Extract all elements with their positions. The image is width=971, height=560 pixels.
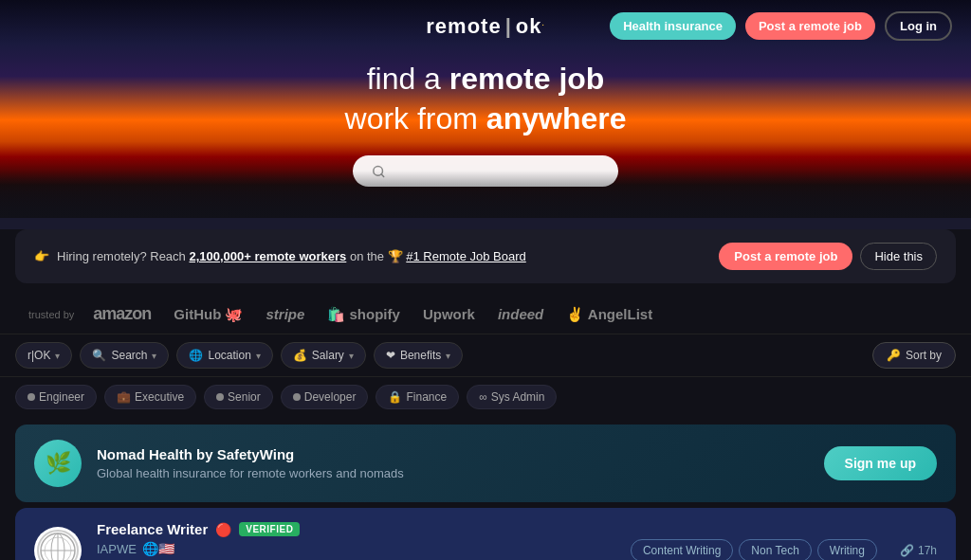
job-title: Freelance Writer (97, 521, 208, 537)
signup-button[interactable]: Sign me up (824, 446, 937, 480)
stripe-logo: stripe (266, 306, 305, 322)
angellist-logo: ✌️ AngelList (566, 306, 652, 323)
time-ago: 17h (918, 544, 937, 557)
banner-hide-button[interactable]: Hide this (860, 243, 937, 270)
banner-post-button[interactable]: Post a remote job (719, 243, 852, 270)
trusted-by-section: trusted by amazon GitHub 🐙 stripe 🛍️ sho… (0, 295, 971, 334)
amazon-logo: amazon (93, 304, 151, 324)
search-filter-label: Search (111, 349, 147, 362)
finance-tag[interactable]: 🔒 Finance (376, 385, 459, 409)
ad-title: Nomad Health by SafetyWing (97, 446, 809, 462)
banner-reach-link[interactable]: 2,100,000+ remote workers (189, 249, 346, 263)
finance-icon: 🔒 (388, 390, 402, 404)
tag-dot-icon (216, 393, 224, 401)
senior-tag-label: Senior (228, 390, 261, 404)
header: remote|ok. Health insurance Post a remot… (0, 0, 971, 52)
executive-tag[interactable]: 💼 Executive (104, 385, 196, 409)
job-title-row: Freelance Writer 🔴 VERIFIED (97, 521, 615, 537)
salary-icon: 💰 (293, 349, 307, 362)
location-icon: 🌐 (189, 349, 203, 362)
hiring-banner: 👉 Hiring remotely? Reach 2,100,000+ remo… (15, 229, 956, 283)
job-logo-inner (37, 530, 79, 560)
upwork-logo: Upwork (423, 306, 475, 322)
salary-filter-button[interactable]: 💰 Salary ▾ (281, 342, 366, 369)
writing-tag[interactable]: Writing (817, 539, 877, 560)
flag-icons: 🌐🇺🇸 (142, 541, 174, 556)
health-insurance-button[interactable]: Health insurance (610, 12, 736, 40)
content-writing-tag[interactable]: Content Writing (631, 539, 733, 560)
executive-icon: 💼 (117, 390, 131, 404)
banner-board-link[interactable]: #1 Remote Job Board (406, 249, 525, 263)
hero-line2-normal: work from (345, 101, 486, 135)
hero-title: find a remote job work from anywhere (345, 60, 627, 138)
category-tags: Engineer 💼 Executive Senior Developer 🔒 … (0, 377, 971, 419)
search-icon (372, 164, 386, 179)
indeed-logo: indeed (498, 306, 543, 322)
search-icon-small: 🔍 (92, 349, 106, 362)
benefits-filter-label: Benefits (400, 349, 441, 362)
chevron-down-icon: ▾ (152, 351, 156, 361)
banner-text: Hiring remotely? Reach 2,100,000+ remote… (57, 249, 711, 263)
sort-button[interactable]: 🔑 Sort by (872, 342, 956, 369)
benefits-filter-button[interactable]: ❤ Benefits ▾ (374, 342, 463, 369)
hot-icon: 🔴 (215, 522, 231, 537)
search-input[interactable] (394, 163, 600, 179)
tag-dot-icon (27, 393, 35, 401)
tag-dot-icon (293, 393, 301, 401)
leaf-icon: 🌿 (46, 451, 71, 476)
hero-line1-normal: find a (367, 62, 449, 96)
chevron-down-icon: ▾ (55, 351, 60, 361)
ad-card: 🌿 Nomad Health by SafetyWing Global heal… (15, 425, 956, 502)
job-tags: Content Writing Non Tech Writing (631, 539, 877, 560)
hero-line1-bold: remote job (449, 62, 605, 96)
engineer-tag-label: Engineer (39, 390, 84, 404)
sort-icon: 🔑 (887, 349, 901, 362)
benefits-icon: ❤ (386, 349, 395, 362)
remote-filter-label: r|OK (27, 349, 50, 362)
trusted-logos: amazon GitHub 🐙 stripe 🛍️ shopify Upwork… (93, 304, 943, 324)
main-content: 👉 Hiring remotely? Reach 2,100,000+ remo… (0, 229, 971, 560)
job-time: 🔗 17h (900, 544, 937, 557)
executive-tag-label: Executive (135, 390, 184, 404)
header-actions: Health insurance Post a remote job Log i… (610, 11, 952, 41)
ad-icon: 🌿 (34, 440, 82, 487)
senior-tag[interactable]: Senior (204, 385, 273, 409)
chevron-down-icon: ▾ (256, 351, 261, 361)
verified-badge: VERIFIED (239, 522, 300, 536)
filter-bar: r|OK ▾ 🔍 Search ▾ 🌐 Location ▾ 💰 Salary … (0, 334, 971, 377)
ad-content: Nomad Health by SafetyWing Global health… (97, 446, 809, 480)
search-filter-button[interactable]: 🔍 Search ▾ (80, 342, 169, 369)
company-name: IAPWE (97, 542, 137, 556)
logo-suffix: ok (516, 14, 542, 38)
location-filter-label: Location (208, 349, 250, 362)
logo: remote|ok. (426, 14, 544, 39)
developer-tag[interactable]: Developer (281, 385, 369, 409)
search-bar[interactable] (353, 155, 618, 187)
ad-description: Global health insurance for remote worke… (97, 466, 809, 480)
remote-filter-button[interactable]: r|OK ▾ (15, 342, 72, 369)
sort-label: Sort by (906, 349, 942, 362)
job-listing-card[interactable]: Freelance Writer 🔴 VERIFIED IAPWE 🌐🇺🇸 🌐 … (15, 508, 956, 560)
hero-line2-bold: anywhere (486, 101, 627, 135)
engineer-tag[interactable]: Engineer (15, 385, 97, 409)
location-filter-button[interactable]: 🌐 Location ▾ (176, 342, 272, 369)
finance-tag-label: Finance (406, 390, 447, 404)
post-remote-job-button[interactable]: Post a remote job (745, 12, 875, 40)
iapwe-logo-svg (39, 532, 77, 560)
github-logo: GitHub 🐙 (174, 306, 243, 323)
login-button[interactable]: Log in (885, 11, 952, 41)
banner-icon: 👉 (34, 249, 49, 263)
salary-filter-label: Salary (312, 349, 344, 362)
trusted-label: trusted by (28, 309, 74, 320)
job-company-row: IAPWE 🌐🇺🇸 (97, 541, 615, 556)
logo-text: remote (426, 14, 501, 38)
non-tech-tag[interactable]: Non Tech (739, 539, 811, 560)
sysadmin-tag[interactable]: ∞ Sys Admin (467, 385, 557, 409)
chevron-down-icon: ▾ (446, 351, 450, 361)
shopify-logo: 🛍️ shopify (327, 306, 400, 323)
job-details: Freelance Writer 🔴 VERIFIED IAPWE 🌐🇺🇸 🌐 … (97, 521, 615, 560)
svg-line-1 (381, 173, 384, 176)
svg-point-0 (374, 166, 383, 175)
job-company-logo (34, 527, 82, 560)
chevron-down-icon: ▾ (349, 351, 354, 361)
